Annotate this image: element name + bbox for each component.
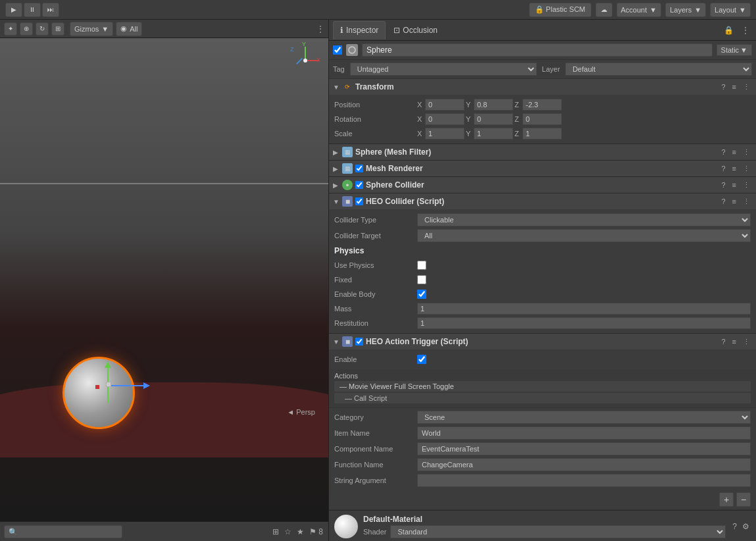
scene-floor (0, 382, 328, 457)
position-y-input[interactable] (474, 99, 513, 111)
fixed-row: Fixed (334, 272, 751, 287)
mesh-renderer-more-icon[interactable]: ⋮ (741, 164, 752, 174)
enable-trigger-checkbox[interactable] (417, 355, 426, 364)
step-button[interactable]: ⏭ (42, 3, 59, 17)
scale-x-input[interactable] (425, 128, 465, 140)
category-row: Category Scene (334, 409, 751, 425)
move-tool[interactable]: ⊕ (20, 22, 33, 36)
scene-options-btn[interactable]: ⋮ (316, 24, 324, 34)
mesh-filter-header[interactable]: ▶ ▦ Sphere (Mesh Filter) ? ≡ ⋮ (329, 144, 756, 160)
scene-icon-star[interactable]: ★ (295, 526, 305, 538)
mesh-renderer-help-icon[interactable]: ? (719, 164, 727, 173)
transform-tool[interactable]: ✦ (4, 22, 17, 36)
heo-collider-header[interactable]: ▼ ◼ HEO Collider (Script) ? ≡ ⋮ (329, 193, 756, 209)
action-item-2[interactable]: — Call Script (334, 393, 751, 403)
restitution-input[interactable] (417, 317, 751, 329)
tab-inspector[interactable]: ℹ Inspector (333, 21, 386, 39)
heo-collider-settings-icon[interactable]: ≡ (730, 197, 738, 206)
mesh-renderer-settings-icon[interactable]: ≡ (730, 164, 738, 173)
mesh-filter-more-icon[interactable]: ⋮ (741, 147, 752, 157)
rotation-x-input[interactable] (425, 113, 465, 125)
scene-sphere-object[interactable] (63, 357, 135, 429)
transform-help-icon[interactable]: ? (719, 82, 727, 91)
gizmo-center-cube (106, 382, 111, 387)
position-z-input[interactable] (522, 99, 562, 111)
string-arg-input[interactable] (417, 474, 751, 487)
mesh-filter-help-icon[interactable]: ? (719, 147, 727, 157)
heo-collider-more-icon[interactable]: ⋮ (741, 197, 752, 207)
cloud-button[interactable]: ☁ (595, 3, 613, 17)
fixed-label: Fixed (334, 276, 413, 284)
static-button[interactable]: Static ▼ (717, 44, 752, 56)
heo-action-trigger-settings-icon[interactable]: ≡ (730, 337, 738, 346)
heo-collider-help-icon[interactable]: ? (719, 197, 727, 206)
axis-z (296, 58, 303, 64)
sphere-collider-more-icon[interactable]: ⋮ (741, 180, 752, 190)
sphere-collider-help-icon[interactable]: ? (719, 180, 727, 190)
material-help-icon[interactable]: ? (731, 521, 738, 532)
position-x-input[interactable] (425, 99, 465, 111)
mesh-renderer-checkbox[interactable] (355, 165, 363, 172)
collider-target-label: Collider Target (334, 232, 413, 240)
material-info: Default-Material Shader Standard (363, 515, 726, 538)
collider-target-select[interactable]: All (417, 229, 751, 242)
shader-select[interactable]: Standard (390, 525, 726, 538)
lock-icon[interactable]: 🔒 (721, 24, 736, 36)
heo-action-trigger-header[interactable]: ▼ ◼ HEO Action Trigger (Script) ? ≡ ⋮ (329, 334, 756, 349)
plastic-scm-btn[interactable]: 🔒 Plastic SCM (529, 3, 592, 17)
heo-action-trigger-help-icon[interactable]: ? (719, 337, 727, 346)
collider-type-select[interactable]: Clickable (417, 213, 751, 226)
component-name-input[interactable] (417, 442, 751, 455)
collider-type-row: Collider Type Clickable (334, 212, 751, 228)
add-action-button[interactable]: + (719, 492, 734, 507)
fixed-checkbox[interactable] (417, 275, 426, 284)
rotate-tool[interactable]: ↻ (36, 22, 49, 36)
transform-more-icon[interactable]: ⋮ (741, 82, 752, 92)
layer-select[interactable]: Default (565, 63, 752, 76)
tag-select[interactable]: Untagged (350, 63, 537, 76)
mesh-renderer-header[interactable]: ▶ ▦ Mesh Renderer ? ≡ ⋮ (329, 161, 756, 176)
heo-action-trigger-more-icon[interactable]: ⋮ (741, 337, 752, 347)
account-dropdown[interactable]: Account ▼ (617, 3, 662, 17)
item-name-input[interactable] (417, 426, 751, 440)
gizmos-dropdown[interactable]: Gizmos ▼ (70, 22, 113, 36)
inspector-menu-icon[interactable]: ⋮ (739, 24, 752, 36)
object-active-checkbox[interactable] (333, 45, 342, 55)
axis-x-cap: X (316, 57, 320, 63)
sphere-collider-settings-icon[interactable]: ≡ (730, 180, 738, 190)
scene-icon-bookmark[interactable]: ☆ (283, 526, 293, 538)
transform-settings-icon[interactable]: ≡ (730, 82, 738, 91)
use-physics-checkbox[interactable] (417, 261, 426, 270)
mesh-filter-settings-icon[interactable]: ≡ (730, 147, 738, 157)
sphere-collider-checkbox[interactable] (355, 181, 363, 189)
pause-button[interactable]: ⏸ (24, 3, 41, 17)
heo-collider-checkbox[interactable] (355, 197, 363, 205)
scale-z-input[interactable] (522, 128, 562, 140)
layers-dropdown[interactable]: Layers ▼ (665, 3, 706, 17)
remove-action-button[interactable]: − (736, 492, 751, 507)
mass-input[interactable] (417, 303, 751, 315)
scene-view[interactable]: Y X Z ◄ Persp (0, 38, 328, 521)
rotation-z-input[interactable] (522, 113, 562, 125)
scale-tool[interactable]: ⊞ (51, 22, 64, 36)
action-item-1[interactable]: — Movie Viewer Full Screen Toggle (334, 381, 751, 392)
function-name-label: Function Name (334, 461, 413, 469)
rotation-y-input[interactable] (474, 113, 513, 125)
heo-action-trigger-checkbox[interactable] (355, 338, 363, 346)
position-label: Position (334, 101, 413, 109)
category-select[interactable]: Scene (417, 411, 751, 424)
material-settings-icon[interactable]: ⚙ (741, 521, 751, 532)
enable-body-checkbox[interactable] (417, 290, 426, 299)
all-dropdown[interactable]: ◉ All (116, 22, 142, 36)
transform-header[interactable]: ▼ ⟳ Transform ? ≡ ⋮ (329, 79, 756, 95)
sphere-collider-header[interactable]: ▶ ● Sphere Collider ? ≡ ⋮ (329, 177, 756, 193)
function-name-input[interactable] (417, 458, 751, 471)
scale-y-input[interactable] (474, 128, 513, 140)
position-y-field: Y (466, 99, 513, 111)
play-button[interactable]: ▶ (5, 3, 22, 17)
tab-occlusion[interactable]: ⊡ Occlusion (387, 21, 444, 39)
object-name-input[interactable] (362, 43, 713, 57)
scene-icon-layers[interactable]: ⊞ (271, 526, 280, 538)
layout-dropdown[interactable]: Layout ▼ (710, 3, 751, 17)
scene-search-input[interactable] (4, 525, 122, 538)
